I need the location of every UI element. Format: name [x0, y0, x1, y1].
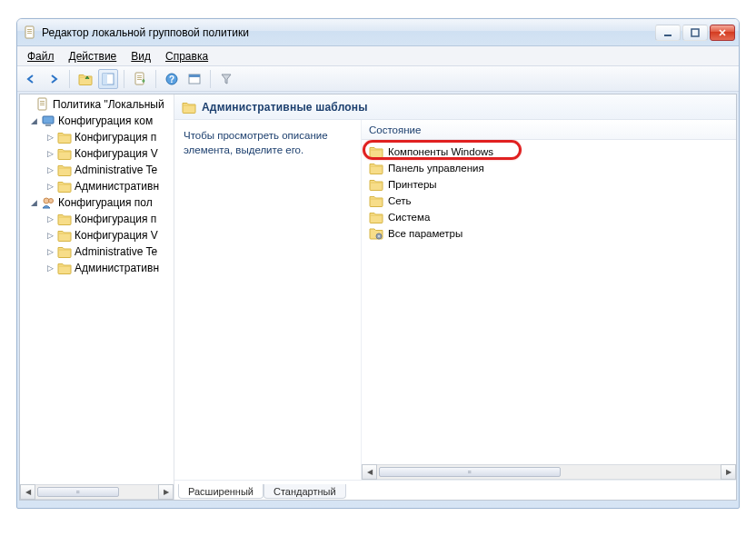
menu-view[interactable]: Вид [124, 48, 157, 65]
expander-icon[interactable]: ◢ [29, 116, 38, 125]
expander-icon[interactable]: ▷ [45, 165, 55, 174]
expander-icon[interactable]: ▷ [45, 263, 55, 273]
list-item[interactable]: Сеть [362, 193, 736, 209]
tree-label: Конфигурация п [75, 213, 156, 225]
scroll-thumb[interactable]: ≡ [379, 467, 561, 477]
svg-rect-12 [664, 35, 671, 36]
toolbar: ? [17, 66, 739, 92]
expander-icon[interactable]: ▷ [45, 231, 55, 240]
view-tabs: Расширенный Стандартный [174, 480, 736, 500]
list-rows: Компоненты Windows Панель управления При… [362, 140, 736, 464]
tree-hscrollbar[interactable]: ◀ ≡ ▶ [20, 484, 174, 500]
tree-item[interactable]: ▷ Конфигурация п [20, 129, 174, 145]
tree-root[interactable]: Политика "Локальный [20, 96, 174, 113]
tree-label: Administrative Te [75, 245, 157, 258]
list-item[interactable]: Компоненты Windows [362, 144, 736, 160]
list-label: Все параметры [388, 228, 463, 239]
tree-user-config[interactable]: ◢ Конфигурация пол [20, 194, 174, 211]
titlebar[interactable]: Редактор локальной групповой политики [17, 19, 739, 46]
list-label: Панель управления [388, 163, 484, 174]
tree-item[interactable]: ▷ Administrative Te [20, 162, 174, 178]
menu-help[interactable]: Справка [159, 48, 214, 65]
list-pane: Состояние Компоненты Windows Панель упра… [361, 120, 736, 480]
tree-label: Конфигурация ком [58, 114, 153, 127]
window: Редактор локальной групповой политики Фа… [16, 18, 740, 509]
tree-panel: Политика "Локальный ◢ Конфигурация ком ▷… [20, 94, 174, 500]
svg-rect-13 [691, 29, 699, 36]
list-item[interactable]: Принтеры [362, 176, 736, 193]
expander-icon[interactable]: ▷ [45, 214, 55, 223]
scroll-left-icon[interactable]: ◀ [362, 464, 377, 480]
tree-item[interactable]: ▷ Конфигурация V [20, 145, 174, 162]
forward-button[interactable] [44, 69, 64, 89]
tree[interactable]: Политика "Локальный ◢ Конфигурация ком ▷… [20, 94, 174, 484]
content-panel: Административные шаблоны Чтобы просмотре… [174, 94, 736, 500]
svg-rect-15 [103, 74, 107, 84]
scroll-track[interactable]: ≡ [377, 464, 721, 480]
description-pane: Чтобы просмотреть описание элемента, выд… [174, 120, 361, 480]
tree-computer-config[interactable]: ◢ Конфигурация ком [20, 113, 174, 129]
show-tree-button[interactable] [98, 69, 118, 89]
properties-button[interactable] [184, 69, 204, 89]
list-label: Принтеры [388, 179, 437, 190]
list-item[interactable]: Все параметры [362, 225, 736, 242]
list-item[interactable]: Панель управления [362, 160, 736, 176]
tree-label: Административн [75, 180, 159, 193]
expander-icon[interactable]: ▷ [45, 133, 55, 142]
tree-label: Политика "Локальный [53, 98, 164, 111]
scroll-track[interactable]: ≡ [35, 484, 158, 500]
client-area: Политика "Локальный ◢ Конфигурация ком ▷… [19, 94, 737, 501]
list-hscrollbar[interactable]: ◀ ≡ ▶ [362, 464, 736, 480]
up-button[interactable] [75, 69, 95, 89]
list-item[interactable]: Система [362, 209, 736, 225]
content-heading: Административные шаблоны [174, 94, 736, 120]
menubar: Файл Действие Вид Справка [17, 46, 739, 66]
tree-item[interactable]: ▷ Административн [20, 260, 174, 276]
app-icon [23, 25, 37, 40]
maximize-button[interactable] [682, 25, 708, 41]
scroll-thumb[interactable]: ≡ [37, 487, 119, 497]
back-button[interactable] [21, 69, 41, 89]
scroll-right-icon[interactable]: ▶ [158, 484, 174, 500]
tree-label: Конфигурация V [75, 147, 158, 160]
scroll-right-icon[interactable]: ▶ [721, 464, 736, 480]
tree-item[interactable]: ▷ Конфигурация п [20, 211, 174, 227]
help-button[interactable]: ? [162, 69, 182, 89]
tree-label: Административн [75, 262, 159, 274]
list-label: Система [388, 212, 430, 223]
close-button[interactable] [710, 25, 735, 41]
tab-extended[interactable]: Расширенный [178, 484, 264, 499]
expander-icon[interactable]: ▷ [45, 182, 55, 191]
export-button[interactable] [130, 69, 150, 89]
svg-text:?: ? [169, 74, 174, 84]
svg-rect-19 [189, 74, 200, 77]
folder-icon [182, 100, 196, 114]
column-header[interactable]: Состояние [362, 120, 736, 140]
tree-label: Administrative Te [75, 164, 157, 176]
expander-icon[interactable]: ▷ [45, 247, 55, 256]
heading-text: Административные шаблоны [202, 101, 368, 114]
tree-item[interactable]: ▷ Административн [20, 178, 174, 194]
filter-button[interactable] [216, 69, 236, 89]
tree-label: Конфигурация п [75, 131, 156, 144]
tree-label: Конфигурация пол [58, 196, 153, 209]
tree-label: Конфигурация V [75, 229, 158, 242]
list-label: Сеть [388, 195, 412, 206]
description-text: Чтобы просмотреть описание элемента, выд… [184, 130, 328, 155]
tab-standard[interactable]: Стандартный [264, 484, 346, 499]
scroll-left-icon[interactable]: ◀ [20, 484, 35, 500]
tree-item[interactable]: ▷ Administrative Te [20, 243, 174, 260]
minimize-button[interactable] [655, 25, 681, 41]
expander-icon[interactable]: ▷ [45, 149, 55, 158]
tree-item[interactable]: ▷ Конфигурация V [20, 227, 174, 243]
window-title: Редактор локальной групповой политики [42, 26, 655, 39]
list-label: Компоненты Windows [388, 146, 493, 157]
menu-action[interactable]: Действие [63, 48, 124, 65]
menu-file[interactable]: Файл [21, 48, 61, 65]
expander-icon[interactable]: ◢ [29, 198, 38, 207]
